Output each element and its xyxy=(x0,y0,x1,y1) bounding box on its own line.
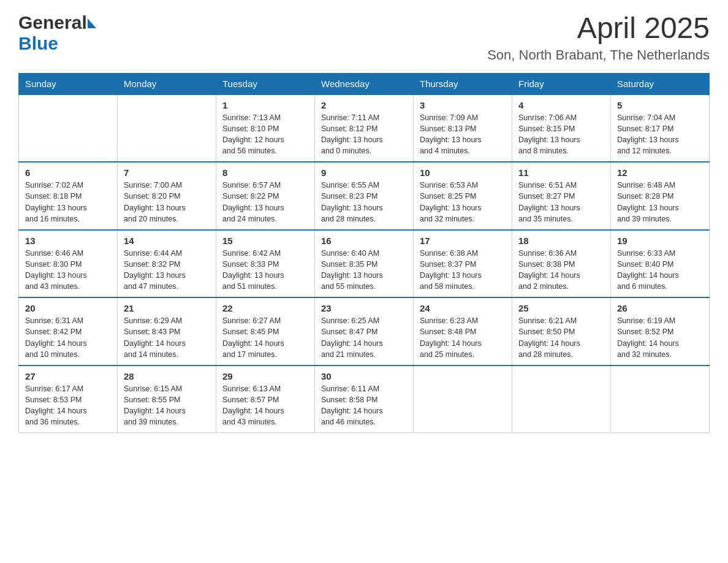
day-number: 19 xyxy=(617,236,703,246)
calendar-cell: 1Sunrise: 7:13 AM Sunset: 8:10 PM Daylig… xyxy=(216,94,315,163)
calendar-header-friday: Friday xyxy=(512,73,611,94)
day-info: Sunrise: 7:00 AM Sunset: 8:20 PM Dayligh… xyxy=(124,180,210,224)
day-info: Sunrise: 6:33 AM Sunset: 8:40 PM Dayligh… xyxy=(617,248,703,293)
calendar-cell: 14Sunrise: 6:44 AM Sunset: 8:32 PM Dayli… xyxy=(118,230,216,298)
calendar-cell: 9Sunrise: 6:55 AM Sunset: 8:23 PM Daylig… xyxy=(315,162,414,230)
calendar-cell: 21Sunrise: 6:29 AM Sunset: 8:43 PM Dayli… xyxy=(118,297,216,366)
calendar-cell: 15Sunrise: 6:42 AM Sunset: 8:33 PM Dayli… xyxy=(216,230,315,298)
day-info: Sunrise: 6:29 AM Sunset: 8:43 PM Dayligh… xyxy=(124,315,210,360)
day-number: 12 xyxy=(617,167,703,178)
calendar-cell: 24Sunrise: 6:23 AM Sunset: 8:48 PM Dayli… xyxy=(414,297,512,366)
calendar-cell: 22Sunrise: 6:27 AM Sunset: 8:45 PM Dayli… xyxy=(216,297,315,366)
day-number: 5 xyxy=(617,100,703,110)
logo: General Blue xyxy=(18,12,96,54)
calendar-week-row: 20Sunrise: 6:31 AM Sunset: 8:42 PM Dayli… xyxy=(19,297,710,366)
day-info: Sunrise: 6:46 AM Sunset: 8:30 PM Dayligh… xyxy=(25,248,111,293)
day-number: 28 xyxy=(124,371,210,381)
calendar-cell xyxy=(611,366,710,433)
calendar-header-wednesday: Wednesday xyxy=(315,73,414,94)
calendar-cell: 17Sunrise: 6:38 AM Sunset: 8:37 PM Dayli… xyxy=(414,230,512,298)
calendar-cell: 18Sunrise: 6:36 AM Sunset: 8:38 PM Dayli… xyxy=(512,230,611,298)
calendar-cell: 11Sunrise: 6:51 AM Sunset: 8:27 PM Dayli… xyxy=(512,162,611,230)
day-info: Sunrise: 7:13 AM Sunset: 8:10 PM Dayligh… xyxy=(222,112,308,157)
page-header: General Blue April 2025 Son, North Braba… xyxy=(18,12,710,63)
calendar-cell: 6Sunrise: 7:02 AM Sunset: 8:18 PM Daylig… xyxy=(19,162,118,230)
day-info: Sunrise: 7:06 AM Sunset: 8:15 PM Dayligh… xyxy=(518,112,604,157)
day-info: Sunrise: 6:21 AM Sunset: 8:50 PM Dayligh… xyxy=(518,315,604,360)
day-number: 7 xyxy=(124,167,210,178)
day-info: Sunrise: 6:38 AM Sunset: 8:37 PM Dayligh… xyxy=(420,248,506,293)
calendar-cell xyxy=(414,366,512,433)
calendar-cell xyxy=(118,94,216,163)
day-info: Sunrise: 6:19 AM Sunset: 8:52 PM Dayligh… xyxy=(617,315,703,360)
day-number: 1 xyxy=(222,100,308,110)
day-info: Sunrise: 6:42 AM Sunset: 8:33 PM Dayligh… xyxy=(222,248,308,293)
day-number: 10 xyxy=(420,167,506,178)
calendar-cell: 20Sunrise: 6:31 AM Sunset: 8:42 PM Dayli… xyxy=(19,297,118,366)
day-info: Sunrise: 6:11 AM Sunset: 8:58 PM Dayligh… xyxy=(321,383,407,428)
calendar-cell: 30Sunrise: 6:11 AM Sunset: 8:58 PM Dayli… xyxy=(315,366,414,433)
day-number: 27 xyxy=(25,371,111,381)
calendar-cell: 19Sunrise: 6:33 AM Sunset: 8:40 PM Dayli… xyxy=(611,230,710,298)
day-info: Sunrise: 6:57 AM Sunset: 8:22 PM Dayligh… xyxy=(222,180,308,224)
day-info: Sunrise: 6:44 AM Sunset: 8:32 PM Dayligh… xyxy=(124,248,210,293)
day-info: Sunrise: 6:51 AM Sunset: 8:27 PM Dayligh… xyxy=(518,180,604,224)
calendar-week-row: 13Sunrise: 6:46 AM Sunset: 8:30 PM Dayli… xyxy=(19,230,710,298)
day-number: 2 xyxy=(321,100,407,110)
day-number: 14 xyxy=(124,236,210,246)
day-number: 9 xyxy=(321,167,407,178)
calendar-week-row: 6Sunrise: 7:02 AM Sunset: 8:18 PM Daylig… xyxy=(19,162,710,230)
day-info: Sunrise: 6:15 AM Sunset: 8:55 PM Dayligh… xyxy=(124,383,210,428)
calendar-cell: 13Sunrise: 6:46 AM Sunset: 8:30 PM Dayli… xyxy=(19,230,118,298)
day-number: 3 xyxy=(420,100,506,110)
calendar-cell: 12Sunrise: 6:48 AM Sunset: 8:28 PM Dayli… xyxy=(611,162,710,230)
day-number: 15 xyxy=(222,236,308,246)
day-info: Sunrise: 6:23 AM Sunset: 8:48 PM Dayligh… xyxy=(420,315,506,360)
calendar-cell: 2Sunrise: 7:11 AM Sunset: 8:12 PM Daylig… xyxy=(315,94,414,163)
day-number: 18 xyxy=(518,236,604,246)
day-info: Sunrise: 6:55 AM Sunset: 8:23 PM Dayligh… xyxy=(321,180,407,224)
calendar-cell: 26Sunrise: 6:19 AM Sunset: 8:52 PM Dayli… xyxy=(611,297,710,366)
calendar-cell: 5Sunrise: 7:04 AM Sunset: 8:17 PM Daylig… xyxy=(611,94,710,163)
calendar-cell xyxy=(512,366,611,433)
calendar-cell xyxy=(19,94,118,163)
day-info: Sunrise: 7:11 AM Sunset: 8:12 PM Dayligh… xyxy=(321,112,407,157)
calendar-cell: 23Sunrise: 6:25 AM Sunset: 8:47 PM Dayli… xyxy=(315,297,414,366)
day-number: 23 xyxy=(321,303,407,313)
calendar-cell: 3Sunrise: 7:09 AM Sunset: 8:13 PM Daylig… xyxy=(414,94,512,163)
calendar-week-row: 27Sunrise: 6:17 AM Sunset: 8:53 PM Dayli… xyxy=(19,366,710,433)
calendar-header-sunday: Sunday xyxy=(19,73,118,94)
calendar-cell: 7Sunrise: 7:00 AM Sunset: 8:20 PM Daylig… xyxy=(118,162,216,230)
calendar-cell: 27Sunrise: 6:17 AM Sunset: 8:53 PM Dayli… xyxy=(19,366,118,433)
calendar-title: April 2025 xyxy=(487,12,710,45)
day-number: 29 xyxy=(222,371,308,381)
day-info: Sunrise: 6:40 AM Sunset: 8:35 PM Dayligh… xyxy=(321,248,407,293)
day-info: Sunrise: 6:36 AM Sunset: 8:38 PM Dayligh… xyxy=(518,248,604,293)
day-number: 26 xyxy=(617,303,703,313)
day-number: 13 xyxy=(25,236,111,246)
calendar-cell: 8Sunrise: 6:57 AM Sunset: 8:22 PM Daylig… xyxy=(216,162,315,230)
day-info: Sunrise: 6:25 AM Sunset: 8:47 PM Dayligh… xyxy=(321,315,407,360)
calendar-cell: 28Sunrise: 6:15 AM Sunset: 8:55 PM Dayli… xyxy=(118,366,216,433)
day-number: 20 xyxy=(25,303,111,313)
logo-blue-text: Blue xyxy=(18,33,58,54)
day-info: Sunrise: 6:48 AM Sunset: 8:28 PM Dayligh… xyxy=(617,180,703,224)
day-number: 6 xyxy=(25,167,111,178)
day-info: Sunrise: 6:31 AM Sunset: 8:42 PM Dayligh… xyxy=(25,315,111,360)
calendar-header-saturday: Saturday xyxy=(611,73,710,94)
calendar-week-row: 1Sunrise: 7:13 AM Sunset: 8:10 PM Daylig… xyxy=(19,94,710,163)
day-info: Sunrise: 6:17 AM Sunset: 8:53 PM Dayligh… xyxy=(25,383,111,428)
calendar-cell: 10Sunrise: 6:53 AM Sunset: 8:25 PM Dayli… xyxy=(414,162,512,230)
day-number: 4 xyxy=(518,100,604,110)
calendar-header-thursday: Thursday xyxy=(414,73,512,94)
calendar-subtitle: Son, North Brabant, The Netherlands xyxy=(487,47,710,63)
title-section: April 2025 Son, North Brabant, The Nethe… xyxy=(487,12,710,63)
day-info: Sunrise: 6:53 AM Sunset: 8:25 PM Dayligh… xyxy=(420,180,506,224)
day-number: 22 xyxy=(222,303,308,313)
logo-general-text: General xyxy=(18,12,87,33)
day-number: 11 xyxy=(518,167,604,178)
calendar-table: SundayMondayTuesdayWednesdayThursdayFrid… xyxy=(18,73,710,434)
calendar-header-row: SundayMondayTuesdayWednesdayThursdayFrid… xyxy=(19,73,710,94)
day-number: 30 xyxy=(321,371,407,381)
calendar-cell: 29Sunrise: 6:13 AM Sunset: 8:57 PM Dayli… xyxy=(216,366,315,433)
